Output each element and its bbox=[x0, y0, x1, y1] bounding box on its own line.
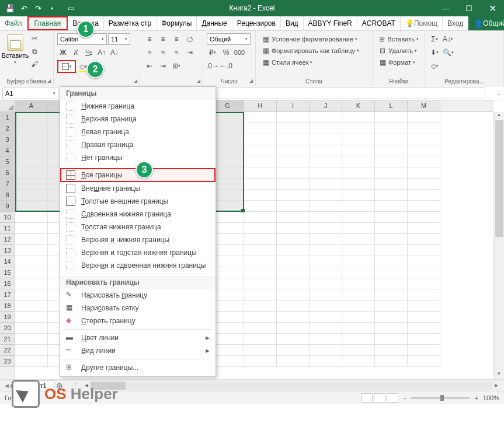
cell[interactable] bbox=[244, 312, 277, 323]
cell[interactable] bbox=[277, 145, 310, 156]
wrap-text-icon[interactable]: ⇥ bbox=[184, 47, 196, 58]
cell[interactable] bbox=[408, 356, 440, 367]
cell[interactable] bbox=[342, 300, 375, 312]
cell[interactable] bbox=[277, 112, 310, 123]
format-cells-button[interactable]: ▦Формат▾ bbox=[376, 57, 421, 68]
cell[interactable] bbox=[15, 323, 48, 334]
cell[interactable] bbox=[15, 267, 48, 278]
cell[interactable] bbox=[408, 256, 440, 267]
cell[interactable] bbox=[375, 300, 408, 312]
border-option-10[interactable]: Верхняя и нижняя границы bbox=[60, 233, 215, 246]
cell[interactable] bbox=[244, 156, 277, 167]
cell[interactable] bbox=[244, 267, 277, 278]
merge-icon[interactable]: ⊞▾ bbox=[171, 60, 182, 72]
cell[interactable] bbox=[15, 300, 48, 312]
view-page-layout-icon[interactable] bbox=[374, 393, 385, 403]
zoom-slider[interactable] bbox=[411, 397, 470, 399]
col-header-K[interactable]: K bbox=[342, 100, 375, 111]
row-header-1[interactable]: 1 bbox=[0, 112, 15, 123]
cell[interactable] bbox=[244, 345, 277, 356]
cell[interactable] bbox=[277, 323, 310, 334]
cell[interactable] bbox=[408, 289, 440, 300]
cell[interactable] bbox=[310, 179, 342, 190]
cell[interactable] bbox=[408, 312, 440, 323]
cell[interactable] bbox=[310, 212, 342, 223]
cell[interactable] bbox=[408, 323, 440, 334]
cell[interactable] bbox=[277, 312, 310, 323]
align-right-icon[interactable]: ≡ bbox=[171, 47, 182, 58]
cell[interactable] bbox=[342, 356, 375, 367]
cell[interactable] bbox=[375, 212, 408, 223]
cell[interactable] bbox=[277, 278, 310, 289]
save-icon[interactable]: 💾 bbox=[4, 2, 16, 15]
cell[interactable] bbox=[408, 190, 440, 201]
cell[interactable] bbox=[244, 179, 277, 190]
cell[interactable] bbox=[211, 267, 244, 278]
zoom-out-icon[interactable]: − bbox=[403, 394, 406, 401]
orientation-icon[interactable]: ⭯ bbox=[184, 33, 196, 45]
cell[interactable] bbox=[375, 179, 408, 190]
cell[interactable] bbox=[310, 278, 342, 289]
cell[interactable] bbox=[277, 267, 310, 278]
cell[interactable] bbox=[15, 212, 48, 223]
borders-button[interactable]: ▾ bbox=[57, 60, 76, 73]
name-box[interactable]: A1▾ bbox=[2, 88, 58, 99]
cell[interactable] bbox=[342, 201, 375, 212]
cell[interactable] bbox=[342, 312, 375, 323]
maximize-button[interactable]: ☐ bbox=[457, 0, 481, 16]
cell[interactable] bbox=[277, 256, 310, 267]
cell[interactable] bbox=[15, 245, 48, 256]
cell[interactable] bbox=[244, 212, 277, 223]
cell[interactable] bbox=[375, 112, 408, 123]
row-header-7[interactable]: 7 bbox=[0, 179, 15, 190]
border-option-7[interactable]: Толстые внешние границы bbox=[60, 195, 215, 208]
cell[interactable] bbox=[244, 356, 277, 367]
delete-cells-button[interactable]: ⊟Удалить▾ bbox=[376, 45, 421, 57]
cell[interactable] bbox=[211, 245, 244, 256]
increase-decimal-icon[interactable]: .0→ bbox=[207, 60, 218, 72]
cell[interactable] bbox=[342, 278, 375, 289]
tell-me[interactable]: 💡 Помощ bbox=[401, 16, 443, 30]
row-header-14[interactable]: 14 bbox=[0, 256, 15, 267]
cell[interactable] bbox=[15, 134, 48, 145]
percent-icon[interactable]: % bbox=[220, 47, 232, 58]
cell[interactable] bbox=[342, 190, 375, 201]
conditional-formatting-button[interactable]: ▦Условное форматирование▾ bbox=[259, 33, 369, 45]
select-all-button[interactable] bbox=[0, 100, 15, 112]
cell[interactable] bbox=[15, 190, 48, 201]
format-as-table-button[interactable]: ▦Форматировать как таблицу▾ bbox=[259, 45, 369, 57]
row-header-3[interactable]: 3 bbox=[0, 134, 15, 145]
cell[interactable] bbox=[342, 289, 375, 300]
align-center-icon[interactable]: ≡ bbox=[157, 47, 169, 58]
cell[interactable] bbox=[408, 223, 440, 234]
align-top-icon[interactable]: ≡ bbox=[144, 33, 155, 45]
cell[interactable] bbox=[408, 234, 440, 245]
align-left-icon[interactable]: ≡ bbox=[144, 47, 155, 58]
cell[interactable] bbox=[375, 256, 408, 267]
cell[interactable] bbox=[375, 289, 408, 300]
cell[interactable] bbox=[408, 112, 440, 123]
cell[interactable] bbox=[342, 145, 375, 156]
border-option-11[interactable]: Верхняя и толстая нижняя границы bbox=[60, 246, 215, 259]
draw-border-option-2[interactable]: ◆Стереть границу bbox=[60, 314, 215, 327]
cell[interactable] bbox=[408, 201, 440, 212]
decrease-indent-icon[interactable]: ⇤ bbox=[144, 60, 155, 72]
cell[interactable] bbox=[15, 201, 48, 212]
cell[interactable] bbox=[15, 145, 48, 156]
cell[interactable] bbox=[408, 300, 440, 312]
cell[interactable] bbox=[244, 289, 277, 300]
cell[interactable] bbox=[15, 289, 48, 300]
cell[interactable] bbox=[408, 345, 440, 356]
cell[interactable] bbox=[277, 179, 310, 190]
cell[interactable] bbox=[375, 145, 408, 156]
cell[interactable] bbox=[211, 234, 244, 245]
cell[interactable] bbox=[211, 300, 244, 312]
decrease-decimal-icon[interactable]: ←.0 bbox=[220, 60, 232, 72]
cell[interactable] bbox=[244, 145, 277, 156]
draw-border-option-3[interactable]: ▬Цвет линии▶ bbox=[60, 331, 215, 344]
clipboard-launcher-icon[interactable]: ◢ bbox=[47, 78, 51, 83]
cell[interactable] bbox=[375, 323, 408, 334]
cell[interactable] bbox=[211, 323, 244, 334]
row-header-15[interactable]: 15 bbox=[0, 267, 15, 278]
number-launcher-icon[interactable]: ◢ bbox=[249, 78, 253, 83]
